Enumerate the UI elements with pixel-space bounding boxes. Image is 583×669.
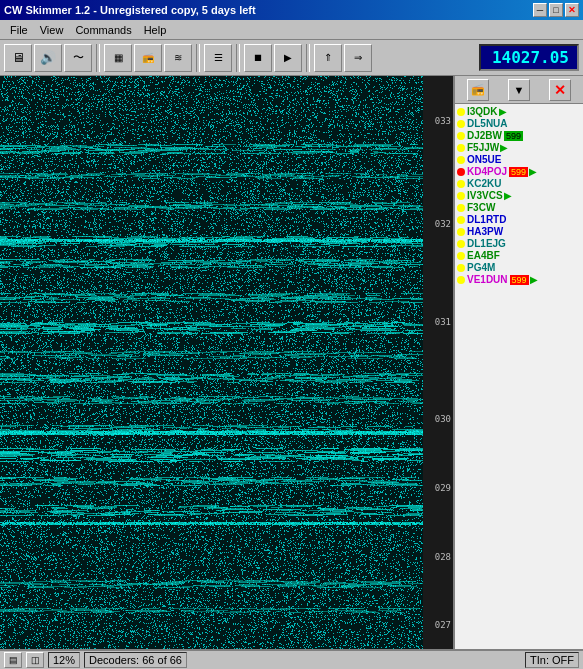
main-area: 033 032 031 030 029 028 027 📻 ▼ ✕ I3QDK▶…: [0, 76, 583, 649]
toolbar: 🖥 🔊 〜 ▦ 📻 ≋ ☰ ⏹ ▶ ⇑ ⇒ 14027.05: [0, 40, 583, 76]
panel-dropdown-btn[interactable]: ▼: [508, 79, 530, 101]
tb-play-btn[interactable]: ▶: [274, 44, 302, 72]
list-item[interactable]: DL1EJG: [457, 238, 581, 249]
frequency-display: 14027.05: [479, 44, 579, 71]
callsign-text: ON5UE: [467, 154, 501, 165]
arrow-icon: ▶: [530, 274, 538, 285]
freq-028: 028: [435, 552, 451, 562]
callsign-text: DL5NUA: [467, 118, 508, 129]
signal-dot: [457, 168, 465, 176]
minimize-button[interactable]: ─: [533, 3, 547, 17]
freq-033: 033: [435, 116, 451, 126]
title-bar: CW Skimmer 1.2 - Unregistered copy, 5 da…: [0, 0, 583, 20]
status-btn2[interactable]: ◫: [26, 652, 44, 668]
decoders-panel: Decoders: 66 of 66: [84, 652, 187, 668]
menu-commands[interactable]: Commands: [69, 22, 137, 38]
panel-close-btn[interactable]: ✕: [549, 79, 571, 101]
list-item[interactable]: HA3PW: [457, 226, 581, 237]
decoders-text: Decoders: 66 of 66: [89, 654, 182, 666]
tb-fwd-btn[interactable]: ⇒: [344, 44, 372, 72]
callsign-text: VE1DUN: [467, 274, 508, 285]
callsign-list[interactable]: I3QDK▶DL5NUADJ2BW599F5JJW▶ON5UEKD4POJ599…: [455, 104, 583, 649]
tb-wave-btn[interactable]: ≋: [164, 44, 192, 72]
tb-arr-btn[interactable]: ⇑: [314, 44, 342, 72]
menu-view[interactable]: View: [34, 22, 70, 38]
callsign-text: PG4M: [467, 262, 495, 273]
callsign-text: DL1RTD: [467, 214, 506, 225]
signal-dot: [457, 264, 465, 272]
title-text: CW Skimmer 1.2 - Unregistered copy, 5 da…: [4, 4, 256, 16]
tb-sep2: [196, 44, 200, 72]
maximize-button[interactable]: □: [549, 3, 563, 17]
callsign-text: F3CW: [467, 202, 495, 213]
list-item[interactable]: KD4POJ599▶: [457, 166, 581, 177]
signal-dot: [457, 204, 465, 212]
arrow-icon: ▶: [504, 190, 512, 201]
freq-027: 027: [435, 620, 451, 630]
callsign-text: F5JJW: [467, 142, 499, 153]
zoom-panel: 12%: [48, 652, 80, 668]
signal-badge: 599: [504, 131, 523, 141]
tb-monitor-btn[interactable]: 🖥: [4, 44, 32, 72]
signal-dot: [457, 192, 465, 200]
list-item[interactable]: PG4M: [457, 262, 581, 273]
tb-list-btn[interactable]: ☰: [204, 44, 232, 72]
list-item[interactable]: F3CW: [457, 202, 581, 213]
list-item[interactable]: DL1RTD: [457, 214, 581, 225]
waterfall-canvas[interactable]: [0, 76, 453, 649]
tb-chart-btn[interactable]: ▦: [104, 44, 132, 72]
tb-radio-btn[interactable]: 📻: [134, 44, 162, 72]
signal-dot: [457, 108, 465, 116]
list-item[interactable]: IV3VCS▶: [457, 190, 581, 201]
signal-dot: [457, 180, 465, 188]
signal-dot: [457, 144, 465, 152]
callsign-text: DL1EJG: [467, 238, 506, 249]
list-item[interactable]: I3QDK▶: [457, 106, 581, 117]
freq-030: 030: [435, 414, 451, 424]
signal-badge: 599: [509, 167, 528, 177]
tb-mic-btn[interactable]: 〜: [64, 44, 92, 72]
arrow-icon: ▶: [499, 106, 507, 117]
callsign-text: EA4BF: [467, 250, 500, 261]
menu-help[interactable]: Help: [138, 22, 173, 38]
freq-031: 031: [435, 317, 451, 327]
signal-dot: [457, 252, 465, 260]
menu-bar: File View Commands Help: [0, 20, 583, 40]
signal-badge: 599: [510, 275, 529, 285]
callsign-text: KD4POJ: [467, 166, 507, 177]
list-item[interactable]: F5JJW▶: [457, 142, 581, 153]
list-item[interactable]: KC2KU: [457, 178, 581, 189]
arrow-icon: ▶: [529, 166, 537, 177]
signal-dot: [457, 228, 465, 236]
list-item[interactable]: DL5NUA: [457, 118, 581, 129]
tln-text: TIn: OFF: [530, 654, 574, 666]
menu-file[interactable]: File: [4, 22, 34, 38]
list-item[interactable]: EA4BF: [457, 250, 581, 261]
close-button[interactable]: ✕: [565, 3, 579, 17]
callsign-text: IV3VCS: [467, 190, 503, 201]
panel-radio-btn[interactable]: 📻: [467, 79, 489, 101]
status-bar: ▤ ◫ 12% Decoders: 66 of 66 TIn: OFF: [0, 649, 583, 669]
signal-dot: [457, 156, 465, 164]
freq-029: 029: [435, 483, 451, 493]
callsign-text: KC2KU: [467, 178, 501, 189]
status-btn1[interactable]: ▤: [4, 652, 22, 668]
signal-dot: [457, 240, 465, 248]
title-bar-buttons: ─ □ ✕: [533, 3, 579, 17]
arrow-icon: ▶: [500, 142, 508, 153]
signal-dot: [457, 132, 465, 140]
signal-dot: [457, 276, 465, 284]
list-item[interactable]: DJ2BW599: [457, 130, 581, 141]
freq-032: 032: [435, 219, 451, 229]
tb-sound-btn[interactable]: 🔊: [34, 44, 62, 72]
freq-scale: 033 032 031 030 029 028 027: [423, 76, 453, 649]
callsign-panel-header: 📻 ▼ ✕: [455, 76, 583, 104]
list-item[interactable]: VE1DUN599▶: [457, 274, 581, 285]
tb-sep3: [236, 44, 240, 72]
callsign-text: HA3PW: [467, 226, 503, 237]
tln-panel: TIn: OFF: [525, 652, 579, 668]
callsign-text: I3QDK: [467, 106, 498, 117]
list-item[interactable]: ON5UE: [457, 154, 581, 165]
tb-stop-btn[interactable]: ⏹: [244, 44, 272, 72]
waterfall-panel[interactable]: 033 032 031 030 029 028 027: [0, 76, 453, 649]
